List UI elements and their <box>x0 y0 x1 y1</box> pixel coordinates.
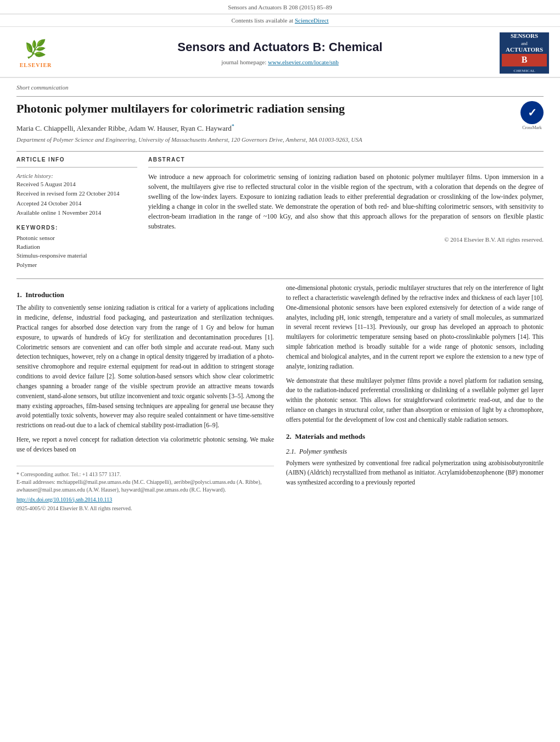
info-abstract-section: ARTICLE INFO Article history: Received 5… <box>16 156 544 270</box>
footnote-block: * Corresponding author. Tel.: +1 413 577… <box>16 466 274 512</box>
sa-logo-title: SENSORSandACTUATORS <box>506 32 543 53</box>
history-label: Article history: <box>16 172 137 180</box>
journal-homepage: journal homepage: www.elsevier.com/locat… <box>60 58 500 66</box>
section-label: Short communication <box>16 83 544 92</box>
journal-volume: Sensors and Actuators B 208 (2015) 85–89 <box>228 4 332 10</box>
body-right-column: one-dimensional photonic crystals, perio… <box>286 283 544 512</box>
keyword-3: Stimulus-responsive material <box>16 252 137 260</box>
keyword-1: Photonic sensor <box>16 234 137 242</box>
section2-sub1-title: Polymer synthesis <box>299 448 347 455</box>
abstract-column: ABSTRACT We introduce a new approach for… <box>148 156 544 270</box>
author-names: Maria C. Chiappelli, Alexander Ribbe, Ad… <box>16 124 232 132</box>
contents-label: Contents lists available at <box>231 17 293 24</box>
body-section1-col2-p1: one-dimensional photonic crystals, perio… <box>286 283 544 371</box>
sa-logo-chemical: CHEMICAL <box>513 69 535 73</box>
section1-heading: 1. Introduction <box>16 290 274 300</box>
title-area: Photonic polymer multilayers for colorim… <box>16 101 544 117</box>
section2-sub1-heading: 2.1. Polymer synthesis <box>286 447 544 456</box>
homepage-label: journal homepage: <box>221 59 266 65</box>
journal-volume-info: Sensors and Actuators B 208 (2015) 85–89 <box>55 3 505 12</box>
journal-header: 🌿 ELSEVIER Sensors and Actuators B: Chem… <box>0 27 560 78</box>
section1-num: 1. <box>16 291 22 299</box>
contents-available-bar: Contents lists available at ScienceDirec… <box>0 14 560 26</box>
section2-sub1-num: 2.1. <box>286 448 296 455</box>
elsevier-text: ELSEVIER <box>20 62 52 69</box>
keyword-4: Polymer <box>16 261 137 269</box>
abstract-title: ABSTRACT <box>148 156 544 164</box>
email-label: E-mail addresses: <box>16 479 55 485</box>
footnote-star: * Corresponding author. Tel.: +1 413 577… <box>16 471 274 478</box>
doi-url[interactable]: http://dx.doi.org/10.1016/j.snb.2014.10.… <box>16 496 112 503</box>
elsevier-logo: 🌿 ELSEVIER <box>11 39 60 66</box>
accepted-date: Accepted 24 October 2014 <box>16 199 137 208</box>
body-section1-col2-p2: We demonstrate that these multilayer pol… <box>286 376 544 425</box>
received-date: Received 5 August 2014 <box>16 180 137 188</box>
article-info-column: ARTICLE INFO Article history: Received 5… <box>16 156 137 270</box>
body-content: 1. Introduction The ability to convenien… <box>16 283 544 512</box>
article-info-title: ARTICLE INFO <box>16 156 137 164</box>
abstract-copyright: © 2014 Elsevier B.V. All rights reserved… <box>148 236 544 244</box>
section2-heading: 2. Materials and methods <box>286 432 544 442</box>
article-title: Photonic polymer multilayers for colorim… <box>16 101 544 117</box>
journal-name: Sensors and Actuators B: Chemical <box>60 39 500 56</box>
article-content: Short communication Photonic polymer mul… <box>0 78 560 523</box>
sciencedirect-link[interactable]: ScienceDirect <box>295 17 329 24</box>
abstract-text: We introduce a new approach for colorime… <box>148 172 544 231</box>
top-header: Sensors and Actuators B 208 (2015) 85–89 <box>0 0 560 14</box>
body-section1-p1: The ability to conveniently sense ionizi… <box>16 303 274 431</box>
available-date: Available online 1 November 2014 <box>16 209 137 217</box>
affiliation: Department of Polymer Science and Engine… <box>16 136 544 144</box>
section2-num: 2. <box>286 432 292 440</box>
corresponding-star: * <box>232 123 234 129</box>
body-left-column: 1. Introduction The ability to convenien… <box>16 283 274 512</box>
body-section2-p1: Polymers were synthesized by conventiona… <box>286 459 544 488</box>
homepage-url[interactable]: www.elsevier.com/locate/snb <box>268 59 339 65</box>
revised-date: Received in revised form 22 October 2014 <box>16 189 137 198</box>
sensors-actuators-logo: SENSORSandACTUATORS B CHEMICAL <box>500 32 549 74</box>
copyright-footer: 0925-4005/© 2014 Elsevier B.V. All right… <box>16 505 274 512</box>
footnote-emails: E-mail addresses: mchiappelli@mail.pse.u… <box>16 478 274 494</box>
section1-title: Introduction <box>25 291 64 299</box>
crossmark-icon: ✓ CrossMark <box>520 101 544 124</box>
body-section1-p2: Here, we report a novel concept for radi… <box>16 435 274 455</box>
keywords-title: Keywords: <box>16 224 137 232</box>
keyword-2: Radiation <box>16 243 137 251</box>
keywords-list: Photonic sensor Radiation Stimulus-respo… <box>16 234 137 270</box>
section2-title: Materials and methods <box>295 432 365 440</box>
authors: Maria C. Chiappelli, Alexander Ribbe, Ad… <box>16 122 544 134</box>
journal-title-block: Sensors and Actuators B: Chemical journa… <box>60 39 500 66</box>
elsevier-tree-icon: 🌿 <box>25 37 47 62</box>
article-history: Article history: Received 5 August 2014 … <box>16 172 137 217</box>
doi-link: http://dx.doi.org/10.1016/j.snb.2014.10.… <box>16 496 274 504</box>
